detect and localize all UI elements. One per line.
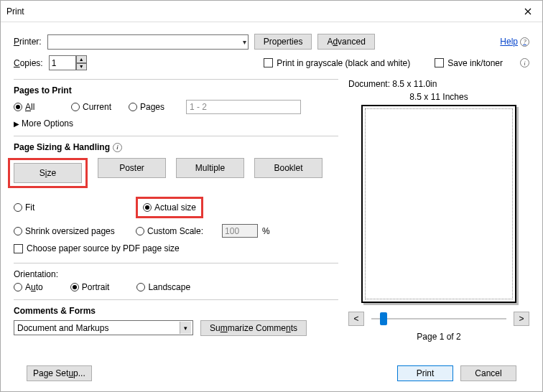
highlight-size-tab: Size [8,158,88,188]
custom-scale-input[interactable] [222,224,258,238]
pages-to-print-title: Pages to Print [14,85,338,95]
cancel-button[interactable]: Cancel [460,365,516,381]
comments-combo[interactable]: Document and Markups ▾ [14,320,193,335]
percent-label: % [262,226,270,236]
close-button[interactable] [514,1,542,22]
copies-label: Copies: [14,58,43,68]
page-preview [361,105,516,303]
copies-spinner[interactable]: ▲▼ [49,55,87,70]
custom-scale-radio[interactable]: Custom Scale: [136,226,203,236]
paper-size-label: 8.5 x 11 Inches [348,92,529,102]
document-dimensions: Document: 8.5 x 11.0in [348,79,529,89]
save-ink-checkbox[interactable]: Save ink/toner [435,58,503,68]
print-button[interactable]: Print [397,365,453,381]
shrink-radio[interactable]: Shrink oversized pages [14,226,115,236]
orientation-auto-radio[interactable]: Auto [14,282,43,292]
pages-range-input[interactable] [186,100,301,114]
window-title: Print [6,6,514,17]
next-page-button[interactable]: > [514,312,529,326]
info-icon[interactable]: i [520,58,529,67]
actual-size-radio[interactable]: Actual size [143,202,196,213]
fit-radio[interactable]: Fit [14,202,34,213]
titlebar: Print [1,1,542,22]
printer-label: Printer: [14,37,42,47]
copies-up[interactable]: ▲ [76,55,87,63]
comments-forms-title: Comments & Forms [14,306,338,316]
close-icon [524,8,532,15]
page-indicator: Page 1 of 2 [348,332,529,342]
chevron-down-icon: ▾ [180,322,191,334]
pages-current-radio[interactable]: Current [71,102,129,112]
page-sizing-title: Page Sizing & Handling i [14,142,338,152]
highlight-actual-size: Actual size [136,197,203,218]
orientation-label: Orientation: [14,269,338,279]
copies-down[interactable]: ▼ [76,63,87,71]
triangle-right-icon: ▶ [14,120,19,128]
size-tab[interactable]: Size [14,163,82,183]
printer-select[interactable]: ▾ [47,34,249,50]
booklet-tab[interactable]: Booklet [254,158,322,178]
choose-paper-source-checkbox[interactable]: Choose paper source by PDF page size [14,243,180,253]
chevron-down-icon: ▾ [243,38,246,46]
help-link[interactable]: Help ? [500,37,529,47]
orientation-portrait-radio[interactable]: Portrait [70,282,110,292]
poster-tab[interactable]: Poster [98,158,166,178]
properties-button[interactable]: Properties [254,34,312,50]
info-icon[interactable]: i [113,143,122,152]
pages-range-radio[interactable]: Pages [129,102,186,112]
grayscale-checkbox[interactable]: Print in grayscale (black and white) [264,58,410,68]
copies-input[interactable] [49,55,76,70]
more-options-toggle[interactable]: ▶More Options [14,118,338,129]
help-icon: ? [520,37,529,47]
print-dialog: Print Printer: ▾ Properties Advanced Hel… [0,0,543,392]
page-setup-button[interactable]: Page Setup... [27,365,92,381]
page-slider[interactable] [371,318,506,319]
advanced-button[interactable]: Advanced [317,34,374,50]
slider-thumb[interactable] [380,312,387,325]
prev-page-button[interactable]: < [348,312,364,326]
orientation-landscape-radio[interactable]: Landscape [136,282,190,292]
multiple-tab[interactable]: Multiple [176,158,244,178]
pages-all-radio[interactable]: All [14,102,71,112]
summarize-comments-button[interactable]: Summarize Comments [200,320,307,336]
